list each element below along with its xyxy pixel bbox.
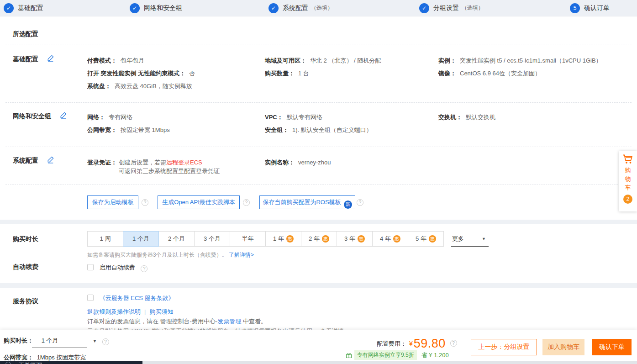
- remote-login-ecs-link[interactable]: 远程登录ECS: [166, 159, 202, 166]
- duration-option-3months[interactable]: 3 个月: [194, 231, 230, 247]
- previous-step-button[interactable]: 上一步：分组设置: [471, 339, 537, 355]
- save-launch-template-button[interactable]: 保存为启动模板: [87, 195, 138, 209]
- field-label: 登录凭证：: [87, 159, 117, 166]
- duration-option-halfyear[interactable]: 半年: [230, 231, 266, 247]
- step-grouping[interactable]: ✓ 分组设置 （选填）: [419, 3, 484, 13]
- step-network-security[interactable]: ✓ 网络和安全组: [130, 3, 182, 13]
- field-label: 购买数量：: [265, 70, 295, 77]
- login-text: 创建后设置，若需: [119, 159, 166, 166]
- duration-option-1year[interactable]: 1 年惠: [265, 231, 301, 247]
- field-label: 公网带宽：: [87, 127, 117, 133]
- more-label: 更多: [452, 235, 464, 243]
- clipped-dark-widget: 工单管理: [0, 361, 142, 364]
- step-connector: [189, 8, 262, 8]
- dropdown-underline: [32, 348, 87, 348]
- field-value: 包年包月: [121, 57, 144, 64]
- field-label: 镜像：: [438, 70, 456, 77]
- save-ros-template-button[interactable]: 保存当前购买配置为ROS模板新: [259, 195, 355, 209]
- duration-option-2years[interactable]: 2 年惠: [301, 231, 337, 247]
- field-login-credential-label: 登录凭证：: [87, 158, 121, 167]
- divider: [5, 184, 632, 185]
- field-instance-name: 实例名称：verney-zhou: [265, 158, 331, 167]
- edit-network-button[interactable]: [58, 111, 68, 121]
- field-value: 默认交换机: [466, 114, 495, 121]
- vpc-discount-badge: 专有网络实例立享9.5折: [354, 350, 417, 360]
- help-icon[interactable]: ?: [243, 199, 250, 206]
- help-icon[interactable]: ?: [141, 265, 147, 272]
- help-icon[interactable]: ?: [357, 199, 363, 206]
- field-label: VPC：: [265, 114, 283, 121]
- note-text: 如需备案请购买大陆服务器3个月及以上时长（含续费）。: [87, 252, 227, 258]
- fee-label: 配置费用：: [377, 340, 406, 347]
- pencil-icon: [59, 111, 67, 119]
- help-icon[interactable]: ?: [142, 199, 148, 206]
- step-confirm-order[interactable]: 5 确认订单: [570, 3, 610, 13]
- learn-more-link[interactable]: 了解详情>: [229, 252, 254, 258]
- duration-option-5years[interactable]: 5 年惠: [408, 231, 444, 247]
- shopping-cart-widget[interactable]: 购物车 2: [619, 151, 637, 211]
- duration-option-3years[interactable]: 3 年惠: [337, 231, 373, 247]
- footer-bandwidth-value: 1Mbps 按固定带宽: [37, 354, 86, 361]
- invoice-text-after: 中查看。: [241, 318, 267, 325]
- refund-rules-link[interactable]: 退款规则及操作说明: [87, 308, 141, 315]
- step2-check-icon: ✓: [130, 3, 140, 13]
- field-vswitch: 交换机：默认交换机: [438, 113, 495, 121]
- cart-label: 购物车: [625, 166, 631, 192]
- divider: [5, 102, 632, 103]
- shopping-cart-icon: [622, 154, 634, 164]
- terms-checkbox[interactable]: [87, 295, 94, 301]
- step-connector: [339, 8, 413, 8]
- field-label: 安全组：: [265, 127, 289, 133]
- duration-option-1week[interactable]: 1 周: [87, 231, 123, 247]
- step-basic-config[interactable]: ✓ 基础配置: [4, 3, 43, 13]
- duration-option-4years[interactable]: 4 年惠: [372, 231, 408, 247]
- field-value: CentOS 6.9 64位（安全加固）: [460, 70, 541, 77]
- order-footer-bar: 购买时长： 1 个月 ▼ ? 公网带宽： 1Mbps 按固定带宽 配置费用：¥5…: [0, 330, 637, 364]
- duration-option-2months[interactable]: 2 个月: [158, 231, 195, 247]
- step-system-config[interactable]: ✓ 系统配置 （选填）: [268, 3, 333, 13]
- clipped-widget-text: 工单管理: [18, 361, 42, 364]
- new-badge: 新: [344, 200, 352, 209]
- field-value: 否: [189, 70, 195, 77]
- field-value: 1 台: [298, 70, 309, 77]
- step3-suffix: （选填）: [311, 4, 333, 12]
- field-vpc: VPC：默认专有网络: [265, 113, 322, 121]
- help-icon[interactable]: ?: [450, 340, 457, 347]
- wizard-stepper: ✓ 基础配置 ✓ 网络和安全组 ✓ 系统配置 （选填） ✓ 分组设置 （选填） …: [0, 0, 637, 16]
- field-login-credential-value: 创建后设置，若需远程登录ECS: [119, 158, 202, 167]
- login-text-line2: 可返回第三步系统配置里配置登录凭证: [119, 168, 220, 174]
- invoice-management-link[interactable]: 发票管理: [217, 318, 241, 325]
- invoice-info-row: 订单对应的发票信息，请在 管理控制台-费用中心-发票管理 中查看。: [87, 317, 267, 326]
- ecs-terms-link[interactable]: 《云服务器 ECS 服务条款》: [100, 295, 174, 301]
- footer-duration-label: 购买时长：: [4, 337, 33, 344]
- step4-suffix: （选填）: [462, 4, 484, 12]
- duration-option-label: 2 个月: [168, 235, 185, 243]
- field-label: 实例：: [438, 57, 456, 64]
- field-value: 专有网络: [109, 114, 132, 121]
- step-connector: [490, 8, 563, 8]
- section-title-network: 网络和安全组: [13, 112, 51, 121]
- field-instance-type: 实例：突发性能实例 t5 / ecs.t5-lc1m1.small（1vCPU …: [438, 57, 602, 65]
- help-icon[interactable]: ?: [102, 338, 109, 345]
- edit-basic-config-button[interactable]: [46, 54, 55, 63]
- generate-openapi-script-button[interactable]: 生成Open API最佳实践脚本: [158, 195, 240, 209]
- footer-duration-dropdown[interactable]: 1 个月 ▼: [35, 337, 97, 345]
- step1-label: 基础配置: [18, 4, 43, 12]
- divider: [5, 44, 632, 44]
- step3-label: 系统配置: [283, 4, 308, 12]
- confirm-order-button[interactable]: 确认下单: [592, 339, 632, 355]
- field-image: 镜像：CentOS 6.9 64位（安全加固）: [438, 69, 541, 78]
- price-value: 59.80: [414, 337, 446, 350]
- add-to-cart-button[interactable]: 加入购物车: [542, 339, 584, 355]
- field-public-bandwidth: 公网带宽：按固定带宽 1Mbps: [87, 126, 170, 134]
- duration-option-1month-selected[interactable]: 1 个月: [123, 231, 159, 247]
- icp-filing-note: 如需备案请购买大陆服务器3个月及以上时长（含续费）。 了解详情>: [87, 251, 254, 259]
- chevron-down-icon: ▼: [482, 237, 486, 241]
- invoice-text: 订单对应的发票信息，请在 管理控制台-费用中心-: [87, 318, 217, 325]
- purchase-notice-link[interactable]: 购买须知: [149, 308, 173, 315]
- duration-more-dropdown[interactable]: 更多 ▼: [451, 231, 489, 247]
- edit-system-config-button[interactable]: [46, 156, 55, 165]
- auto-renew-checkbox[interactable]: [87, 264, 94, 270]
- clipped-widget-icon: [5, 362, 11, 364]
- field-label: 付费模式：: [87, 57, 117, 64]
